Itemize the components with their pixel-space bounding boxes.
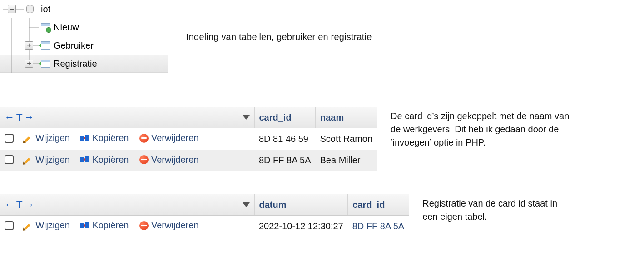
row-options-icon[interactable]: ← T → xyxy=(5,199,34,211)
row-checkbox[interactable] xyxy=(5,134,14,143)
collapse-icon[interactable]: − xyxy=(8,5,16,13)
minus-circle-icon xyxy=(139,134,149,143)
cell-cardid: 8D 81 46 59 xyxy=(254,128,316,150)
caption-registratie: Registratie van de card id staat in een … xyxy=(422,197,559,223)
edit-label: Wijzigen xyxy=(35,220,70,231)
copy-icon xyxy=(80,134,89,143)
tree-label-gebruiker: Gebruiker xyxy=(53,40,94,51)
grid-registratie: ← T → datum card_id Wijzigen Kopiëren Ve… xyxy=(0,194,409,237)
delete-label: Verwijderen xyxy=(151,133,199,143)
cell-naam: Bea Miller xyxy=(316,150,377,171)
cell-cardid: 8D FF 8A 5A xyxy=(254,150,316,171)
tree-label-new: Nieuw xyxy=(53,22,79,33)
edit-button[interactable]: Wijzigen xyxy=(24,220,70,231)
table-row: Wijzigen Kopiëren Verwijderen 2022-10-12… xyxy=(0,216,409,237)
tree-node-new[interactable]: Nieuw xyxy=(0,18,168,36)
tree-node-registratie[interactable]: + Registratie xyxy=(0,55,168,73)
grid-gebruiker: ← T → card_id naam Wijzigen Kopiëren Ver… xyxy=(0,107,377,171)
col-header-cardid[interactable]: card_id xyxy=(348,194,409,216)
delete-button[interactable]: Verwijderen xyxy=(139,133,199,143)
cell-datum: 2022-10-12 12:30:27 xyxy=(254,216,348,237)
new-table-icon xyxy=(41,23,50,31)
delete-label: Verwijderen xyxy=(151,220,199,231)
edit-button[interactable]: Wijzigen xyxy=(24,133,70,143)
col-header-naam[interactable]: naam xyxy=(316,107,377,128)
copy-label: Kopiëren xyxy=(92,133,129,143)
edit-label: Wijzigen xyxy=(35,155,70,165)
expand-icon[interactable]: + xyxy=(25,60,33,68)
pencil-icon xyxy=(24,221,33,230)
minus-circle-icon xyxy=(139,155,149,164)
copy-button[interactable]: Kopiëren xyxy=(80,220,129,231)
table-icon xyxy=(41,60,50,68)
table-row: Wijzigen Kopiëren Verwijderen 8D FF 8A 5… xyxy=(0,150,377,171)
caption-cards: De card id’s zijn gekoppelt met de naam … xyxy=(391,110,581,149)
dropdown-icon[interactable] xyxy=(243,202,250,207)
pencil-icon xyxy=(24,134,33,143)
cell-naam: Scott Ramon xyxy=(316,128,377,150)
delete-button[interactable]: Verwijderen xyxy=(139,220,199,231)
edit-button[interactable]: Wijzigen xyxy=(24,155,70,165)
grid-actions-header[interactable]: ← T → xyxy=(0,194,254,216)
copy-button[interactable]: Kopiëren xyxy=(80,155,129,165)
copy-icon xyxy=(80,155,89,164)
table-icon xyxy=(41,41,50,50)
col-header-datum[interactable]: datum xyxy=(254,194,348,216)
tree-node-gebruiker[interactable]: + Gebruiker xyxy=(0,36,168,55)
pencil-icon xyxy=(24,155,33,164)
caption-tree: Indeling van tabellen, gebruiker en regi… xyxy=(186,32,372,42)
row-options-icon[interactable]: ← T → xyxy=(5,111,34,123)
dropdown-icon[interactable] xyxy=(243,115,250,120)
copy-icon xyxy=(80,221,89,230)
col-header-cardid[interactable]: card_id xyxy=(254,107,316,128)
copy-label: Kopiëren xyxy=(92,220,129,231)
copy-button[interactable]: Kopiëren xyxy=(80,133,129,143)
minus-circle-icon xyxy=(139,221,149,230)
tree-label-registratie: Registratie xyxy=(53,59,97,69)
delete-label: Verwijderen xyxy=(151,155,199,165)
database-icon xyxy=(25,4,35,14)
edit-label: Wijzigen xyxy=(35,133,70,143)
grid-actions-header[interactable]: ← T → xyxy=(0,107,254,128)
table-row: Wijzigen Kopiëren Verwijderen 8D 81 46 5… xyxy=(0,128,377,150)
delete-button[interactable]: Verwijderen xyxy=(139,155,199,165)
row-checkbox[interactable] xyxy=(5,155,14,164)
expand-icon[interactable]: + xyxy=(25,41,33,50)
tree-node-database[interactable]: − iot xyxy=(0,0,168,18)
row-checkbox[interactable] xyxy=(5,221,14,230)
copy-label: Kopiëren xyxy=(92,155,129,165)
cell-cardid[interactable]: 8D FF 8A 5A xyxy=(348,216,409,237)
db-tree: − iot Nieuw xyxy=(0,0,168,73)
